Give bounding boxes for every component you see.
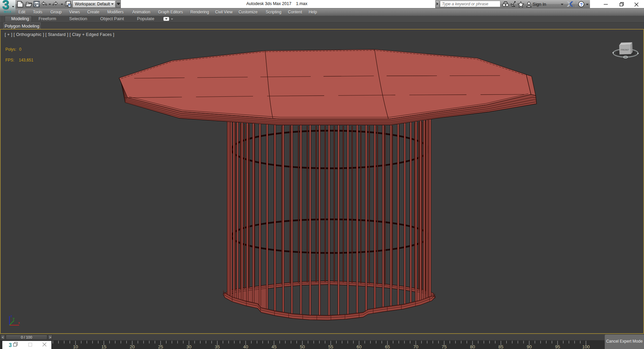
svg-text:10: 10 [73,344,78,349]
svg-text:Sign In: Sign In [533,2,546,7]
svg-text:95: 95 [555,344,560,349]
svg-text:15: 15 [101,344,106,349]
svg-text:45: 45 [271,344,277,349]
svg-text:40: 40 [243,344,248,349]
svg-text:90: 90 [527,344,532,349]
svg-text:85: 85 [498,344,503,349]
svg-text:35: 35 [215,344,220,349]
svg-text:20: 20 [130,344,135,349]
svg-text:x: x [18,321,20,325]
svg-text:55: 55 [328,344,333,349]
svg-text:z: z [10,315,12,318]
svg-text:50: 50 [300,344,305,349]
svg-text:3: 3 [9,342,12,348]
svg-text:FRONT: FRONT [621,49,629,51]
svg-text:30: 30 [186,344,191,349]
svg-text:70: 70 [413,344,418,349]
svg-text:65: 65 [385,344,390,349]
svg-text:y: y [13,317,15,320]
svg-text:60: 60 [356,344,361,349]
svg-text:75: 75 [442,344,447,349]
svg-text:?: ? [580,2,583,7]
svg-text:80: 80 [470,344,475,349]
svg-text:25: 25 [158,344,163,349]
svg-text:100: 100 [582,344,590,349]
